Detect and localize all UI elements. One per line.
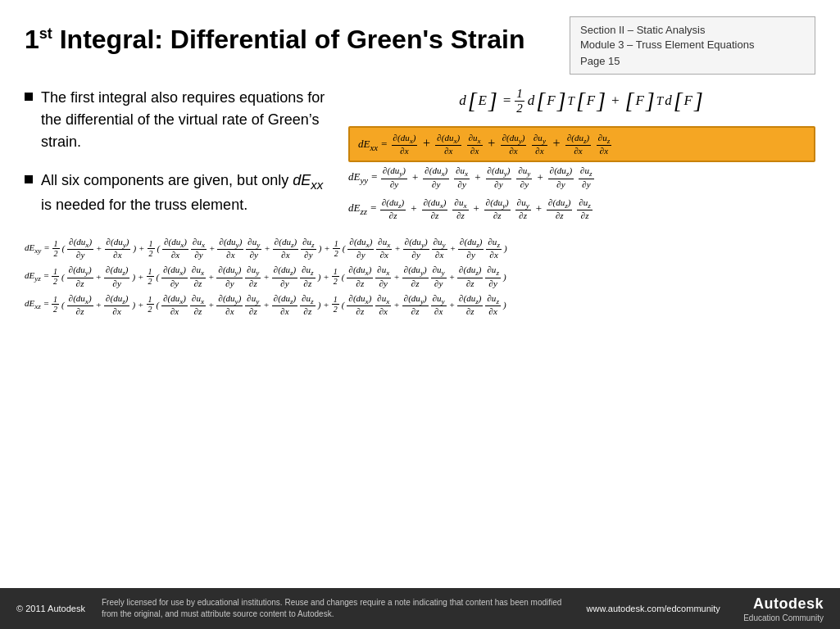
dExy-plus5: +	[324, 243, 329, 253]
dExx-frac1: ∂ux ∂x	[467, 133, 483, 156]
dEyy-pd2: ∂(dux) ∂y	[423, 165, 449, 188]
dEyz-pd2: ∂(duz)∂y	[104, 265, 129, 287]
dExz-pd7: ∂(duy)∂z	[402, 293, 429, 316]
dExz-pd8: ∂(duz)∂z	[457, 293, 483, 316]
dEzz-frac1-num: ∂ux	[452, 197, 468, 210]
dExy-pd4: ∂(duy)∂x	[217, 237, 243, 260]
dEyz-f3: ∂uz∂z	[300, 265, 316, 287]
right-panel: d [ E ] = 1 2 d [ F ] T	[348, 87, 815, 233]
dExz-half-n: 1	[52, 295, 59, 305]
dExy-half2n: 1	[148, 239, 155, 249]
dEyz-half3d: 2	[332, 277, 339, 286]
dExy-lp1: (	[62, 243, 66, 253]
dEyy-frac2-den: ∂y	[519, 179, 530, 189]
dExz-pd2: ∂(duz)∂x	[104, 293, 129, 316]
dExx-pd3-den: ∂x	[507, 146, 519, 156]
dExx-pd4: ∂(duz) ∂x	[565, 133, 591, 156]
dEyz-pd7: ∂(duy)∂z	[402, 265, 429, 287]
dExy-f1n: ∂ux	[191, 237, 207, 250]
dEyz-pd3n: ∂(dux)	[161, 265, 188, 278]
dExy-f5: ∂uy∂x	[432, 237, 447, 260]
dExy-f5n: ∂uy	[432, 237, 447, 250]
dEyz-pd8d: ∂z	[465, 278, 476, 288]
dEyz-f1n: ∂ux	[190, 265, 206, 278]
dEyz-pd8n: ∂(duz)	[457, 265, 483, 278]
dExz-pd6d: ∂z	[355, 306, 366, 316]
eq-F4: F	[684, 93, 692, 109]
dEyz-f4n: ∂ux	[375, 265, 391, 278]
dExy-pd4n: ∂(duy)	[217, 237, 243, 250]
dEyz-half: 12	[52, 267, 59, 286]
dExy-plus7: +	[450, 243, 456, 253]
dEyz-pd5n: ∂(duz)	[272, 265, 297, 278]
bullet-item-1: The first integral also requires equatio…	[25, 87, 336, 153]
dExz-f6: ∂uz∂x	[485, 293, 501, 316]
section-info-box: Section II – Static Analysis Module 3 – …	[570, 16, 815, 75]
dEyz-lp3: (	[342, 272, 345, 282]
dExy-half: 12	[52, 239, 60, 258]
dExz-f4n: ∂ux	[375, 293, 391, 306]
dExz-plus2: +	[138, 300, 143, 310]
dEyz-f5d: ∂y	[433, 278, 444, 288]
dEzz-pd2: ∂(dux) ∂z	[422, 197, 448, 220]
dEyz-half3n: 1	[332, 267, 339, 277]
dExz-f2n: ∂uy	[245, 293, 261, 306]
dExz-f4d: ∂x	[378, 306, 389, 316]
dExz-plus5: +	[323, 300, 329, 310]
dExy-pd5: ∂(duz)∂x	[273, 237, 298, 260]
dEyz-row: dEyz = 12 ( ∂(duy)∂z + ∂(duz)∂y ) + 12 (…	[25, 265, 815, 287]
dExy-f2: ∂uy∂y	[246, 237, 261, 260]
dEyy-pd2-den: ∂y	[430, 179, 442, 189]
bullet-item-2: All six components are given, but only d…	[25, 170, 336, 216]
dExx-pd1: ∂(dux) ∂x	[392, 133, 418, 156]
dEzz-frac1-den: ∂z	[455, 210, 466, 220]
eq-bracket-9: [	[674, 89, 683, 112]
dExz-plus7: +	[449, 300, 455, 310]
dExz-lp3: (	[342, 300, 345, 310]
left-panel: The first integral also requires equatio…	[25, 87, 336, 233]
dExy-f6n: ∂uz	[486, 237, 502, 250]
dEyz-plus7: +	[449, 272, 455, 282]
dEyy-pd4-num: ∂(duz)	[548, 165, 574, 179]
top-main-eq: d [ E ] = 1 2 d [ F ] T	[348, 87, 815, 115]
dExy-rp1: )	[133, 243, 136, 253]
dExx-frac3: ∂uz ∂x	[597, 133, 612, 156]
dEzz-frac3-num: ∂uz	[577, 197, 593, 210]
dEyz-pd4n: ∂(duy)	[216, 265, 243, 278]
eq-E: E	[479, 93, 487, 109]
dEyy-label: dEyy =	[348, 170, 378, 185]
dEyz-f4d: ∂y	[378, 278, 389, 288]
dExz-half2n: 1	[147, 295, 154, 305]
dEzz-pd2-num: ∂(dux)	[422, 197, 448, 210]
dEyz-pd6d: ∂z	[355, 278, 366, 288]
dEyy-frac3: ∂uz ∂y	[579, 165, 594, 188]
dEyz-plus4: +	[263, 272, 269, 282]
footer-brand-name: Autodesk	[753, 595, 824, 613]
dEzz-plus2: +	[472, 202, 481, 215]
dExy-row: dExy = 12 ( ∂(dux)∂y + ∂(duy)∂x ) + 12 (…	[25, 237, 815, 260]
dExz-pd4n: ∂(duy)	[216, 293, 243, 306]
dExx-frac2-den: ∂x	[534, 146, 545, 156]
dExy-pd6d: ∂y	[355, 250, 366, 260]
dExy-rp3: )	[504, 243, 507, 253]
dEzz-frac2: ∂uy ∂z	[515, 197, 531, 220]
dEzz-pd4-den: ∂z	[554, 210, 565, 220]
dExz-pd8n: ∂(duz)	[457, 293, 483, 306]
dEyy-plus1: +	[411, 171, 420, 184]
eq-dF2: d	[665, 93, 672, 109]
dExy-label: dExy =	[25, 242, 50, 255]
dExy-pd7n: ∂(duy)	[403, 237, 429, 250]
dExz-pd1d: ∂z	[75, 306, 86, 316]
dExy-f3: ∂uz∂y	[301, 237, 316, 260]
dEzz-pd4: ∂(duz) ∂z	[547, 197, 572, 220]
dEyz-f6n: ∂uz	[485, 265, 501, 278]
dEyz-plus2: +	[138, 272, 143, 282]
dExz-f5d: ∂x	[433, 306, 444, 316]
eq-bracket-3: [	[536, 89, 545, 112]
dEyz-half-d: 2	[52, 277, 59, 286]
bullet-text-1: The first integral also requires equatio…	[41, 87, 336, 153]
dExy-pd7: ∂(duy)∂y	[403, 237, 429, 260]
eq-bracket-4: ]	[557, 89, 566, 112]
footer-brand: Autodesk Education Community	[743, 595, 824, 622]
dExy-pd1d: ∂y	[75, 250, 86, 260]
